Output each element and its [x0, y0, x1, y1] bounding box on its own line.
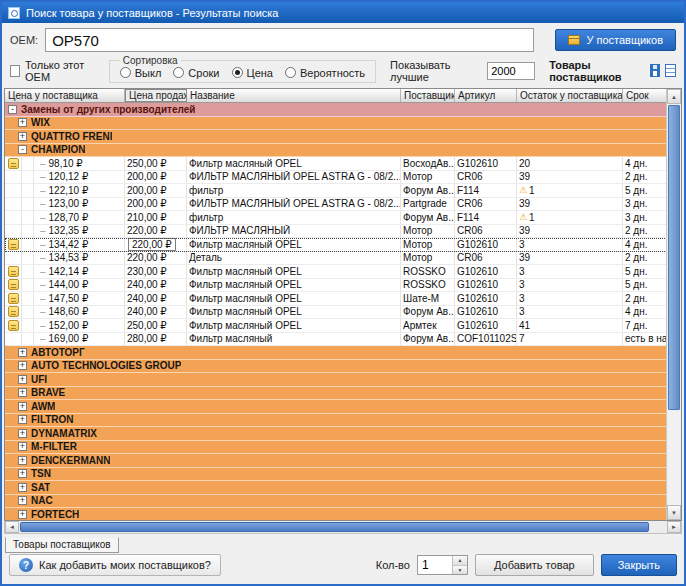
group-row-3[interactable]: -CHAMPION	[5, 144, 671, 158]
oem-input[interactable]	[45, 28, 534, 52]
result-row[interactable]: 142,14 ₽230,00 ₽Фильтр масляный OPELROSS…	[5, 265, 671, 279]
expand-icon[interactable]: +	[18, 361, 27, 370]
collapse-icon[interactable]: -	[8, 105, 17, 114]
result-row[interactable]: 128,70 ₽210,00 ₽фильтрФорум Ав...F114⚠13…	[5, 211, 671, 225]
row-tree-cell	[22, 333, 34, 346]
note-icon[interactable]	[8, 279, 19, 290]
hscroll-thumb[interactable]	[20, 522, 649, 532]
column-header-6[interactable]: Срок	[623, 89, 671, 102]
vscroll-track[interactable]	[667, 104, 681, 505]
sort-options: ВыклСрокиЦенаВероятность	[120, 67, 365, 79]
show-best-input[interactable]	[487, 62, 535, 80]
vertical-scrollbar[interactable]: ▲ ▼	[666, 89, 681, 520]
column-header-5[interactable]: Остаток у поставщика	[517, 89, 623, 102]
group-row-28[interactable]: +SAT	[5, 481, 671, 495]
expand-icon[interactable]: +	[18, 456, 27, 465]
group-row-20[interactable]: +UFI	[5, 373, 671, 387]
group-row-22[interactable]: +AWM	[5, 400, 671, 414]
result-row[interactable]: 134,42 ₽220,00 ₽Фильтр масляный OPELМото…	[5, 238, 671, 252]
qty-down-icon[interactable]: ▼	[453, 566, 467, 575]
group-row-27[interactable]: +TSN	[5, 468, 671, 482]
export-save-icon[interactable]	[650, 64, 660, 77]
sort-option-1[interactable]: Сроки	[173, 67, 219, 79]
column-header-2[interactable]: Название	[187, 89, 401, 102]
expand-icon[interactable]: +	[18, 429, 27, 438]
note-icon[interactable]	[8, 266, 19, 277]
group-row-18[interactable]: +АВТОТОРГ	[5, 346, 671, 360]
result-row[interactable]: 134,53 ₽220,00 ₽ДетальМоторCR06392 дн.	[5, 252, 671, 266]
expand-icon[interactable]: +	[18, 469, 27, 478]
result-row[interactable]: 147,50 ₽240,00 ₽Фильтр масляный OPELШате…	[5, 292, 671, 306]
result-row[interactable]: 169,00 ₽280,00 ₽Фильтр масляныйФорум Ав.…	[5, 333, 671, 347]
scroll-up-icon[interactable]: ▲	[667, 89, 681, 104]
note-icon[interactable]	[8, 158, 19, 169]
result-row[interactable]: 120,12 ₽200,00 ₽ФИЛЬТР МАСЛЯНЫЙ OPEL AST…	[5, 171, 671, 185]
name-cell: Фильтр масляный OPEL	[187, 265, 401, 278]
article-cell: COF101102S	[455, 333, 517, 346]
expand-icon[interactable]: +	[18, 375, 27, 384]
group-row-21[interactable]: +BRAVE	[5, 387, 671, 401]
column-header-3[interactable]: Поставщик	[401, 89, 455, 102]
note-icon[interactable]	[8, 306, 19, 317]
supplier-price-cell: 98,10 ₽	[34, 157, 125, 170]
group-row-0[interactable]: -Замены от других производителей	[5, 103, 671, 117]
expand-icon[interactable]: +	[18, 388, 27, 397]
result-row[interactable]: 123,00 ₽200,00 ₽ФИЛЬТР МАСЛЯНЫЙ OPEL AST…	[5, 198, 671, 212]
close-button[interactable]: Закрыть	[601, 554, 677, 576]
expand-icon[interactable]: +	[18, 415, 27, 424]
expand-icon[interactable]: +	[18, 118, 27, 127]
group-row-24[interactable]: +DYNAMATRIX	[5, 427, 671, 441]
collapse-icon[interactable]: -	[18, 145, 27, 154]
grid-view-icon[interactable]	[665, 64, 676, 77]
help-button[interactable]: ? Как добавить моих поставщиков?	[9, 554, 221, 576]
note-icon[interactable]	[8, 239, 19, 250]
result-row[interactable]: 148,60 ₽240,00 ₽Фильтр масляный OPELФору…	[5, 306, 671, 320]
sort-option-3[interactable]: Вероятность	[285, 67, 365, 79]
oem-label: OEM:	[10, 34, 38, 46]
qty-up-icon[interactable]: ▲	[453, 556, 467, 566]
group-row-29[interactable]: +NAC	[5, 495, 671, 509]
note-icon[interactable]	[8, 293, 19, 304]
group-row-30[interactable]: +FORTECH	[5, 508, 671, 521]
group-row-23[interactable]: +FILTRON	[5, 414, 671, 428]
horizontal-scrollbar[interactable]: ◄ ►	[4, 521, 682, 534]
scroll-left-icon[interactable]: ◄	[5, 521, 19, 533]
expand-icon[interactable]: +	[18, 442, 27, 451]
group-row-2[interactable]: +QUATTRO FRENI	[5, 130, 671, 144]
group-row-25[interactable]: +M-FILTER	[5, 441, 671, 455]
name-cell: ФИЛЬТР МАСЛЯНЫЙ OPEL ASTRA G - 08/2...	[187, 198, 401, 211]
result-row[interactable]: 122,10 ₽200,00 ₽фильтрФорум Ав...F114⚠15…	[5, 184, 671, 198]
column-header-0[interactable]: Цена у поставщика	[5, 89, 125, 102]
expand-icon[interactable]: +	[18, 132, 27, 141]
vscroll-thumb[interactable]	[668, 105, 680, 410]
scroll-right-icon[interactable]: ►	[667, 521, 681, 533]
expand-icon[interactable]: +	[18, 510, 27, 519]
result-row[interactable]: 152,00 ₽250,00 ₽Фильтр масляный OPELАрмт…	[5, 319, 671, 333]
group-row-1[interactable]: +WIX	[5, 117, 671, 131]
expand-icon[interactable]: +	[18, 348, 27, 357]
result-row[interactable]: 144,00 ₽240,00 ₽Фильтр масляный OPELROSS…	[5, 279, 671, 293]
stock-cell: 20	[517, 157, 623, 170]
scroll-down-icon[interactable]: ▼	[667, 505, 681, 520]
expand-icon[interactable]: +	[18, 483, 27, 492]
result-row[interactable]: 98,10 ₽250,00 ₽Фильтр масляный OPELВосхо…	[5, 157, 671, 171]
term-cell: 5 дн.	[623, 265, 671, 278]
sort-option-0[interactable]: Выкл	[120, 67, 162, 79]
group-row-26[interactable]: +DENCKERMANN	[5, 454, 671, 468]
only-oem-checkbox[interactable]: Только этот OEM	[10, 59, 95, 83]
qty-input[interactable]	[418, 556, 452, 574]
column-header-4[interactable]: Артикул	[455, 89, 517, 102]
note-icon[interactable]	[8, 320, 19, 331]
result-row[interactable]: 132,35 ₽220,00 ₽ФИЛЬТР МАСЛЯНЫЙМоторCR06…	[5, 225, 671, 239]
tab-supplier-goods[interactable]: Товары поставщиков	[5, 537, 119, 553]
sort-option-2[interactable]: Цена	[232, 67, 273, 79]
column-header-1[interactable]: Цена продажи	[125, 89, 187, 102]
checkbox-box-icon	[10, 65, 20, 77]
suppliers-button[interactable]: У поставщиков	[555, 29, 676, 51]
group-row-19[interactable]: +AUTO TECHNOLOGIES GROUP	[5, 360, 671, 374]
title-bar[interactable]: Поиск товара у поставщиков - Результаты …	[2, 2, 684, 23]
expand-icon[interactable]: +	[18, 402, 27, 411]
stock-cell: 39	[517, 171, 623, 184]
expand-icon[interactable]: +	[18, 496, 27, 505]
add-item-button[interactable]: Добавить товар	[475, 554, 594, 576]
